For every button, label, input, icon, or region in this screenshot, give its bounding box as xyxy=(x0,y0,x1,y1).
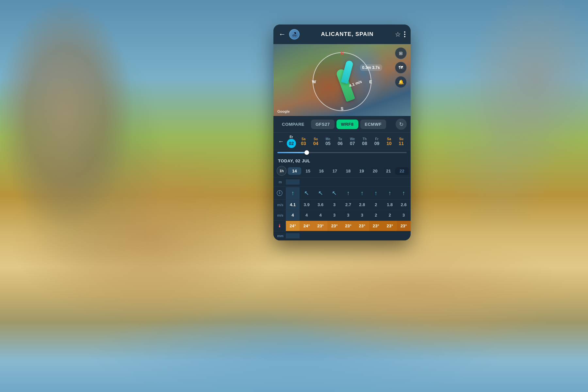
wspd-21: 1.8 xyxy=(383,200,397,210)
temperature-row: 🌡 24° 24° 23° 23° 23° 23° 23° 23° 23° xyxy=(273,220,411,231)
wave-height-label: m xyxy=(273,177,286,187)
interval-button[interactable]: 1h xyxy=(277,166,286,176)
date-item-sat10[interactable]: Sa 10 xyxy=(383,137,395,146)
date-dayname-8: Sa xyxy=(383,137,395,141)
hour-20[interactable]: 20 xyxy=(368,167,382,175)
dir-15: ↖ xyxy=(300,187,313,199)
ecmwf-tab[interactable]: ECMWF xyxy=(360,120,386,129)
date-dayname-3: Mo xyxy=(322,137,334,141)
compass-east: E xyxy=(369,79,372,84)
hour-17[interactable]: 17 xyxy=(328,167,341,175)
date-daynum-5: 07 xyxy=(346,141,358,146)
prec-15 xyxy=(300,233,313,238)
date-item-sun11[interactable]: Su 11 xyxy=(395,137,407,146)
wave-h-14 xyxy=(286,179,300,185)
model-tabs: COMPARE GFS27 WRF8 ECMWF ↻ xyxy=(273,116,411,132)
date-daynum-1: 03 xyxy=(297,141,309,146)
date-item-wed07[interactable]: We 07 xyxy=(346,137,358,146)
wave-h-15 xyxy=(300,179,313,185)
date-item-mon05[interactable]: Mo 05 xyxy=(322,137,334,146)
wgust-14: 4 xyxy=(286,210,300,220)
dir-21: ↑ xyxy=(383,187,397,199)
date-dayname-5: We xyxy=(346,137,358,141)
slider-thumb[interactable] xyxy=(304,150,309,155)
wind-speed-label-col: m/s xyxy=(273,200,286,209)
dir-20: ↑ xyxy=(369,187,383,199)
temp-16: 23° xyxy=(314,221,327,231)
wgust-19: 3 xyxy=(355,210,369,220)
temp-15: 24° xyxy=(300,221,313,231)
date-daynum-0: 02 xyxy=(287,139,296,148)
refresh-button[interactable]: ↻ xyxy=(396,119,407,130)
app-panel: ← 🏖 ALICANTE, SPAIN ☆ N S E W 0.3m 3.7s xyxy=(273,24,411,240)
compass-icon xyxy=(273,188,286,199)
data-section: m ↑ ↖ ↖ ↖ ↑ ↑ xyxy=(273,177,411,240)
compass-north: N xyxy=(340,51,343,56)
timeline-bar[interactable] xyxy=(273,151,411,156)
hour-21[interactable]: 21 xyxy=(382,167,395,175)
prec-19 xyxy=(355,233,369,238)
dir-18: ↑ xyxy=(341,187,355,199)
more-button[interactable] xyxy=(404,31,405,37)
date-nav-left[interactable]: ← xyxy=(277,138,285,145)
compare-tab[interactable]: COMPARE xyxy=(277,120,309,129)
date-dayname-2: Su xyxy=(310,137,322,141)
wave-height-row: m xyxy=(273,177,411,187)
map-area[interactable]: N S E W 0.3m 3.7s 4.1 m/s Google ⊞ 🗺 🔔 xyxy=(273,44,411,116)
wspd-22: 2.6 xyxy=(397,200,411,210)
favorite-button[interactable]: ☆ xyxy=(395,30,401,38)
date-item-thu08[interactable]: Th 08 xyxy=(358,137,370,146)
compass: N S E W xyxy=(309,49,375,114)
map-button[interactable]: 🗺 xyxy=(395,62,407,74)
back-button[interactable]: ← xyxy=(279,31,286,38)
date-item-fri09[interactable]: Fr 09 xyxy=(371,137,383,146)
date-item-fri02[interactable]: Fr 02 xyxy=(285,135,297,148)
wspd-20: 2 xyxy=(369,200,383,210)
gfs-tab[interactable]: GFS27 xyxy=(311,120,335,129)
dir-16: ↖ xyxy=(314,187,327,199)
prec-22 xyxy=(397,233,411,238)
hour-14[interactable]: 14 xyxy=(288,167,301,175)
wave-h-17 xyxy=(327,179,341,185)
date-daynum-8: 10 xyxy=(383,141,395,146)
wind-direction-row: ↑ ↖ ↖ ↖ ↑ ↑ ↑ ↑ ↑ xyxy=(273,187,411,199)
prec-21 xyxy=(383,233,397,238)
svg-point-1 xyxy=(279,192,280,194)
dir-22: ↑ xyxy=(397,187,411,199)
temp-19: 23° xyxy=(355,221,369,231)
slider-track[interactable] xyxy=(277,152,407,153)
hour-18[interactable]: 18 xyxy=(341,167,355,175)
temp-22: 23° xyxy=(397,221,411,231)
prec-16 xyxy=(314,233,327,238)
wave-h-19 xyxy=(355,179,369,185)
wave-h-22 xyxy=(397,179,411,185)
wind-gust-label: m/s xyxy=(273,211,286,220)
prec-17 xyxy=(327,233,341,238)
map-side-buttons: ⊞ 🗺 🔔 xyxy=(395,47,407,88)
hour-15[interactable]: 15 xyxy=(301,167,315,175)
avatar: 🏖 xyxy=(289,29,300,40)
date-item-tue06[interactable]: Tu 06 xyxy=(334,137,346,146)
date-daynum-6: 08 xyxy=(358,141,370,146)
date-item-sat03[interactable]: Sa 03 xyxy=(297,137,309,146)
hour-19[interactable]: 19 xyxy=(355,167,368,175)
bg-mountain-left xyxy=(0,0,163,229)
wave-h-18 xyxy=(341,179,355,185)
date-dayname-1: Sa xyxy=(297,137,309,141)
wgust-17: 3 xyxy=(327,210,341,220)
date-dayname-6: Th xyxy=(358,137,370,141)
hour-22[interactable]: 22 xyxy=(395,167,409,175)
dir-14: ↑ xyxy=(286,187,300,199)
hour-16[interactable]: 16 xyxy=(315,167,328,175)
dir-19: ↑ xyxy=(355,187,369,199)
bg-mountain-right xyxy=(457,0,588,196)
wind-speed-row: m/s 4.1 3.9 3.6 3 2.7 2.8 2 1.8 2.6 xyxy=(273,199,411,210)
alerts-button[interactable]: 🔔 xyxy=(395,76,407,88)
date-dayname-4: Tu xyxy=(334,137,346,141)
wrf-tab[interactable]: WRF8 xyxy=(336,120,358,129)
hours-row: 1h 14 15 16 17 18 19 20 21 22 xyxy=(273,165,411,177)
layers-button[interactable]: ⊞ xyxy=(395,47,407,59)
thermometer-icon: 🌡 xyxy=(273,220,286,231)
date-item-sun04[interactable]: Su 04 xyxy=(310,137,322,146)
temp-17: 23° xyxy=(327,221,341,231)
